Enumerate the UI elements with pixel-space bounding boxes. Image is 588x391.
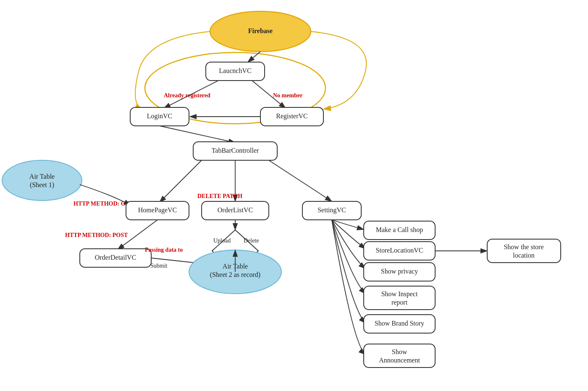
http-post-label: HTTP METHOD: POST <box>65 232 128 238</box>
airtable1-node <box>2 160 82 201</box>
show-announcement-label2: Announcement <box>379 357 420 364</box>
tabbarcontroller-label: TabBarController <box>212 147 259 154</box>
homepagevc-label: HomePageVC <box>138 206 177 214</box>
show-announcement-node <box>364 344 435 368</box>
submit-label: Submit <box>150 263 168 269</box>
airtable2-label2: (Sheet 2 as record) <box>210 271 260 279</box>
launchvc-label: LaucnchVC <box>219 67 251 74</box>
airtable1-label1: Air Table <box>29 173 55 180</box>
passing-data-label: Passing data to <box>145 247 183 253</box>
settingvc-label: SettingVC <box>318 206 346 214</box>
http-get-label: HTTP METHOD: GET <box>74 201 134 207</box>
already-registered-label: Already registered <box>164 92 210 99</box>
upload-label: Upload <box>213 237 231 244</box>
loginvc-label: LoginVC <box>147 112 172 120</box>
firebase-label: Firebase <box>248 27 273 34</box>
orderlistvc-label: OrderListVC <box>218 206 253 214</box>
orderdetailvc-label: OrderDetailVC <box>95 254 136 261</box>
storelocationvc-label: StoreLocationVC <box>376 247 423 254</box>
show-store-location-label1: Show the store <box>504 243 543 250</box>
no-member-label: No member <box>273 92 302 99</box>
show-store-location-label2: location <box>513 252 535 259</box>
show-store-location-node <box>487 239 561 263</box>
show-inspect-report-label2: report <box>391 299 408 306</box>
show-announcement-label1: Show <box>392 348 407 355</box>
registervc-label: RegisterVC <box>276 112 308 120</box>
svg-line-4 <box>160 126 235 143</box>
show-privacy-label: Show privacy <box>381 268 418 275</box>
show-inspect-report-label1: Show Inspect <box>381 290 418 298</box>
delete-label: Delete <box>244 237 259 244</box>
show-inspect-report-node <box>364 286 435 310</box>
make-call-shop-label: Make a Call shop <box>376 226 423 234</box>
airtable1-label2: (Sheet 1) <box>30 181 54 189</box>
show-brand-story-label: Show Brand Story <box>375 320 424 327</box>
delete-patch-label: DELETE PATCH <box>197 193 242 199</box>
